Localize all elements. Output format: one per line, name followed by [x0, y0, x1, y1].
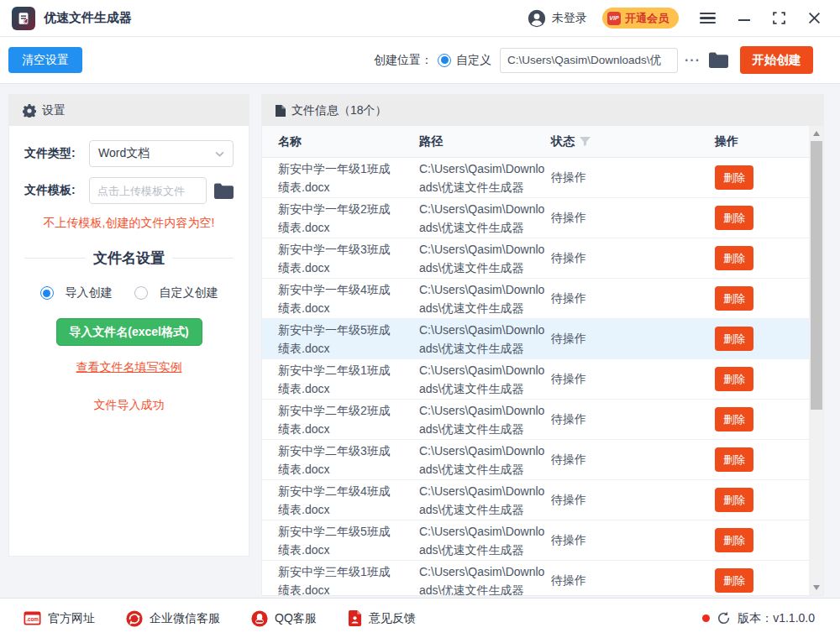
close-icon[interactable]	[806, 10, 822, 26]
import-create-radio-label: 导入创建	[66, 285, 113, 301]
file-info-panel: 文件信息（18个） 名称 路径 状态 操作	[261, 94, 824, 596]
table-row: 新安中学二年级3班成绩表.docx C:\Users\Qasim\Downloa…	[262, 440, 809, 480]
account-menu[interactable]: 未登录	[528, 9, 587, 28]
column-name: 名称	[278, 134, 419, 149]
template-folder-icon[interactable]	[214, 183, 234, 199]
file-status-cell: 待操作	[551, 251, 715, 266]
custom-location-radio[interactable]	[438, 54, 451, 67]
delete-button[interactable]: 删除	[715, 488, 753, 512]
qq-service-link[interactable]: QQ客服	[251, 610, 317, 627]
file-name-cell: 新安中学二年级1班成绩表.docx	[278, 361, 397, 398]
custom-create-radio-label: 自定义创建	[160, 285, 218, 301]
table-row: 新安中学三年级1班成绩表.docx C:\Users\Qasim\Downloa…	[262, 561, 809, 595]
scroll-down-icon[interactable]	[813, 585, 820, 590]
table-row: 新安中学一年级4班成绩表.docx C:\Users\Qasim\Downloa…	[262, 279, 809, 319]
delete-button[interactable]: 删除	[715, 286, 753, 311]
file-info-title: 文件信息（18个）	[291, 103, 387, 118]
table-row: 新安中学二年级1班成绩表.docx C:\Users\Qasim\Downloa…	[262, 359, 809, 400]
app-logo-icon	[12, 7, 35, 30]
delete-button[interactable]: 删除	[715, 447, 753, 472]
table-row: 新安中学二年级4班成绩表.docx C:\Users\Qasim\Downloa…	[262, 480, 809, 520]
file-path-cell: C:\Users\Qasim\Downloads\优速文件生成器	[419, 160, 546, 196]
clear-settings-button[interactable]: 清空设置	[8, 47, 82, 73]
file-status-cell: 待操作	[551, 291, 715, 306]
file-path-cell: C:\Users\Qasim\Downloads\优速文件生成器	[419, 321, 546, 358]
vip-icon: VIP	[607, 12, 621, 25]
document-icon	[276, 105, 286, 117]
wechat-service-link[interactable]: 企业微信客服	[126, 610, 220, 627]
output-path-input[interactable]	[500, 48, 678, 73]
gear-icon	[23, 104, 36, 118]
maximize-icon[interactable]	[771, 10, 787, 26]
import-filenames-button[interactable]: 导入文件名(excel格式)	[56, 318, 202, 346]
file-name-cell: 新安中学一年级5班成绩表.docx	[278, 321, 397, 358]
column-path: 路径	[419, 134, 551, 149]
file-table-header: 名称 路径 状态 操作	[262, 126, 809, 158]
file-type-label: 文件类型:	[24, 146, 89, 161]
settings-panel: 设置 文件类型: Word文档 文件模板:	[8, 94, 249, 557]
filter-icon[interactable]	[580, 136, 591, 147]
file-path-cell: C:\Users\Qasim\Downloads\优速文件生成器	[419, 442, 546, 478]
open-vip-button[interactable]: VIP 开通会员	[602, 8, 679, 29]
delete-button[interactable]: 删除	[715, 528, 753, 552]
file-name-cell: 新安中学二年级3班成绩表.docx	[278, 442, 397, 478]
feedback-icon	[348, 610, 362, 626]
file-path-cell: C:\Users\Qasim\Downloads\优速文件生成器	[419, 482, 546, 519]
file-path-cell: C:\Users\Qasim\Downloads\优速文件生成器	[419, 280, 546, 317]
file-info-header: 文件信息（18个）	[262, 95, 823, 126]
file-path-cell: C:\Users\Qasim\Downloads\优速文件生成器	[419, 361, 546, 398]
template-upload-input[interactable]	[89, 177, 207, 204]
table-row: 新安中学一年级5班成绩表.docx C:\Users\Qasim\Downloa…	[262, 319, 809, 359]
wechat-service-icon	[126, 610, 143, 627]
delete-button[interactable]: 删除	[715, 206, 753, 230]
custom-create-radio[interactable]	[134, 286, 148, 300]
file-path-cell: C:\Users\Qasim\Downloads\优速文件生成器	[419, 401, 546, 438]
delete-button[interactable]: 删除	[715, 165, 753, 190]
delete-button[interactable]: 删除	[715, 327, 753, 351]
file-status-cell: 待操作	[551, 493, 715, 508]
file-name-cell: 新安中学二年级2班成绩表.docx	[278, 401, 397, 438]
import-create-radio[interactable]	[40, 286, 54, 300]
svg-text:.com: .com	[26, 616, 39, 622]
start-create-button[interactable]: 开始创建	[740, 46, 813, 74]
file-status-cell: 待操作	[551, 211, 715, 226]
scroll-up-icon[interactable]	[813, 131, 820, 136]
login-status[interactable]: 未登录	[552, 11, 587, 26]
official-website-link[interactable]: .com 官方网址	[24, 611, 95, 626]
file-status-cell: 待操作	[551, 332, 715, 347]
column-action: 操作	[715, 134, 809, 149]
minimize-icon[interactable]	[737, 14, 752, 23]
delete-button[interactable]: 删除	[715, 367, 753, 391]
delete-button[interactable]: 删除	[715, 407, 753, 431]
file-name-cell: 新安中学二年级5班成绩表.docx	[278, 522, 397, 559]
chevron-down-icon	[215, 151, 224, 157]
footer: .com 官方网址 企业微信客服 QQ客服	[0, 598, 840, 638]
table-row: 新安中学二年级5班成绩表.docx C:\Users\Qasim\Downloa…	[262, 520, 809, 561]
update-indicator-dot	[702, 614, 710, 622]
file-name-cell: 新安中学一年级3班成绩表.docx	[278, 240, 397, 277]
filename-example-link[interactable]: 查看文件名填写实例	[24, 360, 234, 375]
file-type-select[interactable]: Word文档	[89, 140, 234, 167]
file-table: 名称 路径 状态 操作 新安中学一年级1班成绩表.docx C:\Users\Q…	[262, 126, 809, 595]
file-path-cell: C:\Users\Qasim\Downloads\优速文件生成器	[419, 522, 546, 559]
feedback-link[interactable]: 意见反馈	[348, 610, 416, 626]
file-status-cell: 待操作	[551, 452, 715, 468]
browse-more-button[interactable]: ···	[685, 53, 701, 68]
file-table-body: 新安中学一年级1班成绩表.docx C:\Users\Qasim\Downloa…	[262, 158, 809, 595]
refresh-icon[interactable]	[717, 611, 731, 625]
delete-button[interactable]: 删除	[715, 246, 753, 270]
version-text: 版本：v1.1.0.0	[738, 611, 815, 626]
file-status-cell: 待操作	[551, 170, 715, 186]
delete-button[interactable]: 删除	[715, 568, 753, 593]
open-folder-icon[interactable]	[709, 52, 728, 68]
import-success-text: 文件导入成功	[24, 398, 234, 413]
user-avatar-icon	[528, 9, 546, 28]
file-name-cell: 新安中学三年级1班成绩表.docx	[278, 562, 397, 596]
file-name-cell: 新安中学一年级4班成绩表.docx	[278, 280, 397, 317]
scrollbar-thumb[interactable]	[811, 141, 822, 410]
titlebar: 优速文件生成器 未登录 VIP 开通会员	[0, 0, 840, 37]
app-title: 优速文件生成器	[44, 10, 132, 26]
create-location-label: 创建位置：	[374, 53, 433, 68]
menu-icon[interactable]	[698, 8, 717, 29]
vertical-scrollbar[interactable]	[809, 126, 823, 595]
